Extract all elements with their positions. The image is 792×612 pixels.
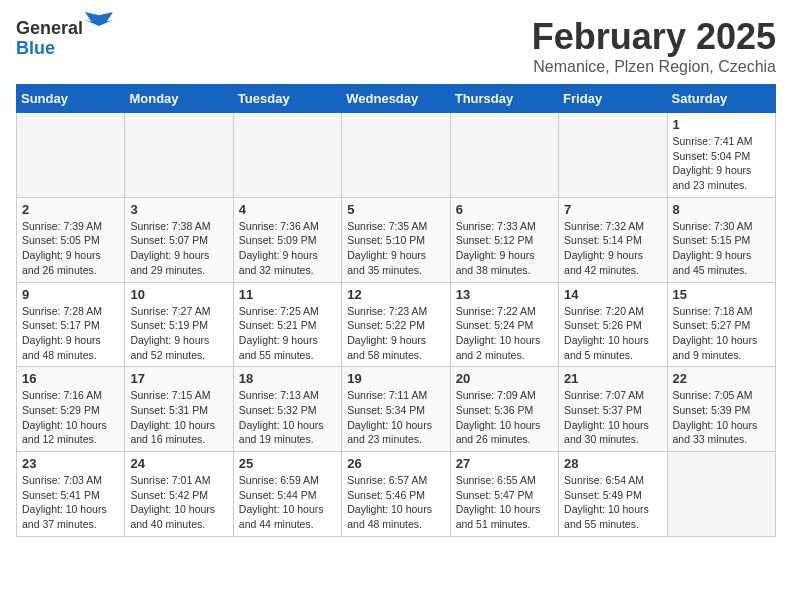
day-number: 4: [239, 202, 336, 217]
day-of-week-monday: Monday: [125, 85, 233, 113]
day-number: 17: [130, 371, 227, 386]
day-info: Sunrise: 7:28 AM Sunset: 5:17 PM Dayligh…: [22, 304, 119, 363]
day-number: 13: [456, 287, 553, 302]
day-number: 24: [130, 456, 227, 471]
day-number: 8: [673, 202, 770, 217]
day-of-week-tuesday: Tuesday: [233, 85, 341, 113]
header: General Blue February 2025 Nemanice, Plz…: [16, 16, 776, 76]
logo-general: General: [16, 18, 83, 38]
day-info: Sunrise: 7:11 AM Sunset: 5:34 PM Dayligh…: [347, 388, 444, 447]
day-info: Sunrise: 7:18 AM Sunset: 5:27 PM Dayligh…: [673, 304, 770, 363]
month-year-title: February 2025: [532, 16, 776, 58]
calendar-cell: 2Sunrise: 7:39 AM Sunset: 5:05 PM Daylig…: [17, 197, 125, 282]
title-section: February 2025 Nemanice, Plzen Region, Cz…: [532, 16, 776, 76]
logo-text: General Blue: [16, 16, 113, 59]
day-number: 28: [564, 456, 661, 471]
day-info: Sunrise: 7:09 AM Sunset: 5:36 PM Dayligh…: [456, 388, 553, 447]
logo-blue: Blue: [16, 38, 55, 58]
calendar-cell: 6Sunrise: 7:33 AM Sunset: 5:12 PM Daylig…: [450, 197, 558, 282]
day-info: Sunrise: 7:07 AM Sunset: 5:37 PM Dayligh…: [564, 388, 661, 447]
day-info: Sunrise: 7:36 AM Sunset: 5:09 PM Dayligh…: [239, 219, 336, 278]
day-info: Sunrise: 7:30 AM Sunset: 5:15 PM Dayligh…: [673, 219, 770, 278]
calendar-cell: [233, 113, 341, 198]
day-info: Sunrise: 6:57 AM Sunset: 5:46 PM Dayligh…: [347, 473, 444, 532]
day-info: Sunrise: 7:39 AM Sunset: 5:05 PM Dayligh…: [22, 219, 119, 278]
calendar-cell: 12Sunrise: 7:23 AM Sunset: 5:22 PM Dayli…: [342, 282, 450, 367]
day-info: Sunrise: 7:20 AM Sunset: 5:26 PM Dayligh…: [564, 304, 661, 363]
day-info: Sunrise: 7:22 AM Sunset: 5:24 PM Dayligh…: [456, 304, 553, 363]
calendar-cell: 22Sunrise: 7:05 AM Sunset: 5:39 PM Dayli…: [667, 367, 775, 452]
calendar-cell: 3Sunrise: 7:38 AM Sunset: 5:07 PM Daylig…: [125, 197, 233, 282]
calendar-cell: 15Sunrise: 7:18 AM Sunset: 5:27 PM Dayli…: [667, 282, 775, 367]
day-info: Sunrise: 7:03 AM Sunset: 5:41 PM Dayligh…: [22, 473, 119, 532]
calendar-week-row: 16Sunrise: 7:16 AM Sunset: 5:29 PM Dayli…: [17, 367, 776, 452]
calendar-week-row: 1Sunrise: 7:41 AM Sunset: 5:04 PM Daylig…: [17, 113, 776, 198]
day-info: Sunrise: 6:54 AM Sunset: 5:49 PM Dayligh…: [564, 473, 661, 532]
calendar-cell: 7Sunrise: 7:32 AM Sunset: 5:14 PM Daylig…: [559, 197, 667, 282]
calendar-cell: 28Sunrise: 6:54 AM Sunset: 5:49 PM Dayli…: [559, 452, 667, 537]
calendar-cell: 1Sunrise: 7:41 AM Sunset: 5:04 PM Daylig…: [667, 113, 775, 198]
day-info: Sunrise: 7:15 AM Sunset: 5:31 PM Dayligh…: [130, 388, 227, 447]
day-number: 25: [239, 456, 336, 471]
day-number: 21: [564, 371, 661, 386]
calendar-cell: [559, 113, 667, 198]
day-number: 18: [239, 371, 336, 386]
day-number: 22: [673, 371, 770, 386]
calendar-week-row: 23Sunrise: 7:03 AM Sunset: 5:41 PM Dayli…: [17, 452, 776, 537]
day-of-week-friday: Friday: [559, 85, 667, 113]
day-of-week-sunday: Sunday: [17, 85, 125, 113]
calendar-header-row: SundayMondayTuesdayWednesdayThursdayFrid…: [17, 85, 776, 113]
day-of-week-thursday: Thursday: [450, 85, 558, 113]
calendar-cell: 18Sunrise: 7:13 AM Sunset: 5:32 PM Dayli…: [233, 367, 341, 452]
calendar-cell: 25Sunrise: 6:59 AM Sunset: 5:44 PM Dayli…: [233, 452, 341, 537]
day-info: Sunrise: 7:27 AM Sunset: 5:19 PM Dayligh…: [130, 304, 227, 363]
day-info: Sunrise: 7:05 AM Sunset: 5:39 PM Dayligh…: [673, 388, 770, 447]
logo: General Blue: [16, 16, 113, 59]
day-number: 1: [673, 117, 770, 132]
calendar-cell: 5Sunrise: 7:35 AM Sunset: 5:10 PM Daylig…: [342, 197, 450, 282]
calendar-cell: 26Sunrise: 6:57 AM Sunset: 5:46 PM Dayli…: [342, 452, 450, 537]
day-info: Sunrise: 7:35 AM Sunset: 5:10 PM Dayligh…: [347, 219, 444, 278]
calendar-cell: 10Sunrise: 7:27 AM Sunset: 5:19 PM Dayli…: [125, 282, 233, 367]
day-info: Sunrise: 7:13 AM Sunset: 5:32 PM Dayligh…: [239, 388, 336, 447]
calendar-cell: 14Sunrise: 7:20 AM Sunset: 5:26 PM Dayli…: [559, 282, 667, 367]
day-number: 15: [673, 287, 770, 302]
calendar-cell: [342, 113, 450, 198]
calendar-table: SundayMondayTuesdayWednesdayThursdayFrid…: [16, 84, 776, 537]
calendar-cell: 9Sunrise: 7:28 AM Sunset: 5:17 PM Daylig…: [17, 282, 125, 367]
day-number: 2: [22, 202, 119, 217]
logo-bird-icon: [85, 12, 113, 34]
calendar-cell: 16Sunrise: 7:16 AM Sunset: 5:29 PM Dayli…: [17, 367, 125, 452]
calendar-cell: 8Sunrise: 7:30 AM Sunset: 5:15 PM Daylig…: [667, 197, 775, 282]
calendar-cell: [667, 452, 775, 537]
calendar-week-row: 9Sunrise: 7:28 AM Sunset: 5:17 PM Daylig…: [17, 282, 776, 367]
day-number: 20: [456, 371, 553, 386]
day-info: Sunrise: 7:38 AM Sunset: 5:07 PM Dayligh…: [130, 219, 227, 278]
calendar-cell: 19Sunrise: 7:11 AM Sunset: 5:34 PM Dayli…: [342, 367, 450, 452]
calendar-cell: [125, 113, 233, 198]
day-number: 16: [22, 371, 119, 386]
day-number: 9: [22, 287, 119, 302]
calendar-cell: 13Sunrise: 7:22 AM Sunset: 5:24 PM Dayli…: [450, 282, 558, 367]
calendar-cell: 21Sunrise: 7:07 AM Sunset: 5:37 PM Dayli…: [559, 367, 667, 452]
calendar-body: 1Sunrise: 7:41 AM Sunset: 5:04 PM Daylig…: [17, 113, 776, 537]
day-info: Sunrise: 6:55 AM Sunset: 5:47 PM Dayligh…: [456, 473, 553, 532]
day-of-week-saturday: Saturday: [667, 85, 775, 113]
day-info: Sunrise: 6:59 AM Sunset: 5:44 PM Dayligh…: [239, 473, 336, 532]
location-subtitle: Nemanice, Plzen Region, Czechia: [532, 58, 776, 76]
calendar-cell: 23Sunrise: 7:03 AM Sunset: 5:41 PM Dayli…: [17, 452, 125, 537]
day-number: 11: [239, 287, 336, 302]
day-of-week-wednesday: Wednesday: [342, 85, 450, 113]
day-number: 14: [564, 287, 661, 302]
day-info: Sunrise: 7:33 AM Sunset: 5:12 PM Dayligh…: [456, 219, 553, 278]
day-info: Sunrise: 7:32 AM Sunset: 5:14 PM Dayligh…: [564, 219, 661, 278]
day-number: 3: [130, 202, 227, 217]
day-number: 27: [456, 456, 553, 471]
day-number: 10: [130, 287, 227, 302]
day-number: 26: [347, 456, 444, 471]
day-info: Sunrise: 7:25 AM Sunset: 5:21 PM Dayligh…: [239, 304, 336, 363]
calendar-cell: [450, 113, 558, 198]
calendar-cell: 11Sunrise: 7:25 AM Sunset: 5:21 PM Dayli…: [233, 282, 341, 367]
calendar-cell: [17, 113, 125, 198]
day-number: 7: [564, 202, 661, 217]
